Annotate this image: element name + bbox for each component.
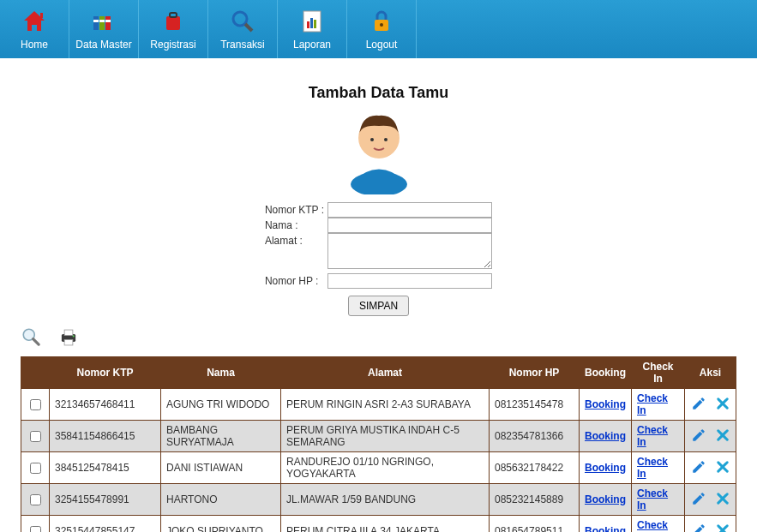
delete-icon[interactable] bbox=[715, 396, 730, 414]
checkin-link[interactable]: Check In bbox=[637, 456, 668, 480]
nav-registrasi-label: Registrasi bbox=[150, 39, 195, 51]
input-nama[interactable] bbox=[327, 218, 492, 233]
cell-alamat: PERUM CITRA III A.34 JAKARTA bbox=[281, 516, 490, 533]
input-ktp[interactable] bbox=[327, 202, 492, 218]
nav-transaksi[interactable]: Transaksi bbox=[208, 0, 278, 58]
edit-icon[interactable] bbox=[691, 523, 706, 533]
checkin-link[interactable]: Check In bbox=[637, 392, 668, 416]
row-checkbox[interactable] bbox=[30, 494, 41, 505]
svg-point-16 bbox=[380, 23, 383, 27]
svg-rect-5 bbox=[99, 20, 105, 22]
svg-rect-6 bbox=[105, 20, 111, 22]
booking-link[interactable]: Booking bbox=[585, 462, 626, 474]
cell-alamat: PERUM GRIYA MUSTIKA INDAH C-5 SEMARANG bbox=[281, 421, 490, 452]
booking-link[interactable]: Booking bbox=[585, 430, 626, 442]
label-nama: Nama : bbox=[263, 218, 326, 233]
svg-line-10 bbox=[245, 24, 252, 31]
row-checkbox[interactable] bbox=[30, 526, 41, 533]
input-alamat[interactable] bbox=[327, 233, 492, 269]
edit-icon[interactable] bbox=[691, 427, 706, 445]
svg-rect-7 bbox=[166, 16, 180, 30]
cell-hp: 085632178422 bbox=[490, 452, 580, 484]
report-icon bbox=[298, 8, 326, 35]
label-hp: Nomor HP : bbox=[263, 273, 326, 289]
svg-rect-0 bbox=[40, 13, 43, 18]
cell-nama: AGUNG TRI WIDODO bbox=[161, 389, 281, 421]
search-icon bbox=[229, 8, 256, 35]
delete-icon[interactable] bbox=[715, 427, 730, 445]
guest-table: Nomor KTP Nama Alamat Nomor HP Booking C… bbox=[21, 356, 736, 532]
svg-rect-8 bbox=[170, 13, 177, 17]
nav-transaksi-label: Transaksi bbox=[220, 39, 265, 51]
checkin-link[interactable]: Check In bbox=[637, 424, 668, 448]
cell-ktp: 32515447855147 bbox=[50, 516, 161, 533]
label-alamat: Alamat : bbox=[263, 233, 326, 273]
search-tool-icon[interactable] bbox=[21, 326, 43, 351]
cell-nama: JOKO SUPRIYANTO bbox=[161, 516, 281, 533]
checkin-link[interactable]: Check In bbox=[637, 487, 668, 511]
cell-nama: BAMBANG SURYATMAJA bbox=[161, 421, 281, 452]
svg-rect-13 bbox=[310, 18, 313, 28]
edit-icon[interactable] bbox=[691, 459, 706, 477]
nav-logout[interactable]: Logout bbox=[347, 0, 417, 58]
th-ktp: Nomor KTP bbox=[50, 357, 161, 389]
svg-rect-2 bbox=[99, 16, 105, 30]
th-hp: Nomor HP bbox=[490, 357, 580, 389]
booking-link[interactable]: Booking bbox=[585, 525, 626, 532]
th-nama: Nama bbox=[161, 357, 281, 389]
booking-link[interactable]: Booking bbox=[585, 398, 626, 410]
svg-rect-24 bbox=[64, 330, 73, 336]
svg-rect-4 bbox=[93, 20, 99, 22]
save-button[interactable]: SIMPAN bbox=[348, 296, 409, 316]
svg-point-20 bbox=[384, 138, 388, 141]
cell-ktp: 32134657468411 bbox=[50, 389, 161, 421]
th-booking: Booking bbox=[580, 357, 632, 389]
cell-nama: HARTONO bbox=[161, 484, 281, 516]
row-checkbox[interactable] bbox=[30, 399, 41, 410]
nav-data-master[interactable]: Data Master bbox=[69, 0, 139, 58]
row-checkbox[interactable] bbox=[30, 431, 41, 442]
top-nav: Home Data Master Registrasi Transaksi La… bbox=[0, 0, 757, 58]
delete-icon[interactable] bbox=[715, 491, 730, 509]
svg-rect-14 bbox=[314, 20, 316, 28]
checkin-link[interactable]: Check In bbox=[637, 519, 668, 532]
cell-hp: 081654789511 bbox=[490, 516, 580, 533]
nav-laporan[interactable]: Laporan bbox=[278, 0, 347, 58]
svg-point-19 bbox=[370, 138, 374, 141]
cell-ktp: 3254155478991 bbox=[50, 484, 161, 516]
svg-rect-25 bbox=[64, 339, 73, 345]
input-hp[interactable] bbox=[327, 273, 492, 289]
page-title: Tambah Data Tamu bbox=[21, 84, 736, 102]
suitcase-icon bbox=[159, 8, 187, 35]
person-icon bbox=[340, 109, 418, 194]
svg-rect-12 bbox=[307, 21, 309, 28]
nav-laporan-label: Laporan bbox=[293, 39, 331, 51]
nav-data-master-label: Data Master bbox=[75, 39, 131, 51]
th-aksi: Aksi bbox=[685, 357, 736, 389]
cell-alamat: RANDUREJO 01/10 NGRINGO, YOGYAKARTA bbox=[281, 452, 490, 484]
table-row: 3845125478415DANI ISTIAWANRANDUREJO 01/1… bbox=[21, 452, 736, 484]
booking-link[interactable]: Booking bbox=[585, 493, 626, 505]
svg-line-22 bbox=[33, 339, 39, 345]
table-row: 35841154866415BAMBANG SURYATMAJAPERUM GR… bbox=[21, 421, 736, 452]
label-ktp: Nomor KTP : bbox=[263, 202, 326, 218]
nav-home[interactable]: Home bbox=[0, 0, 69, 58]
row-checkbox[interactable] bbox=[30, 463, 41, 474]
print-tool-icon[interactable] bbox=[57, 326, 81, 351]
folders-icon bbox=[90, 8, 117, 35]
svg-rect-3 bbox=[105, 16, 111, 30]
table-row: 32515447855147JOKO SUPRIYANTOPERUM CITRA… bbox=[21, 516, 736, 533]
cell-ktp: 3845125478415 bbox=[50, 452, 161, 484]
table-row: 3254155478991HARTONOJL.MAWAR 1/59 BANDUN… bbox=[21, 484, 736, 516]
th-alamat: Alamat bbox=[281, 357, 490, 389]
svg-point-26 bbox=[73, 335, 75, 337]
edit-icon[interactable] bbox=[691, 491, 706, 509]
delete-icon[interactable] bbox=[715, 459, 730, 477]
cell-alamat: JL.MAWAR 1/59 BANDUNG bbox=[281, 484, 490, 516]
svg-point-9 bbox=[233, 12, 247, 26]
delete-icon[interactable] bbox=[715, 523, 730, 533]
cell-ktp: 35841154866415 bbox=[50, 421, 161, 452]
home-icon bbox=[21, 8, 48, 35]
nav-registrasi[interactable]: Registrasi bbox=[139, 0, 208, 58]
edit-icon[interactable] bbox=[691, 396, 706, 414]
